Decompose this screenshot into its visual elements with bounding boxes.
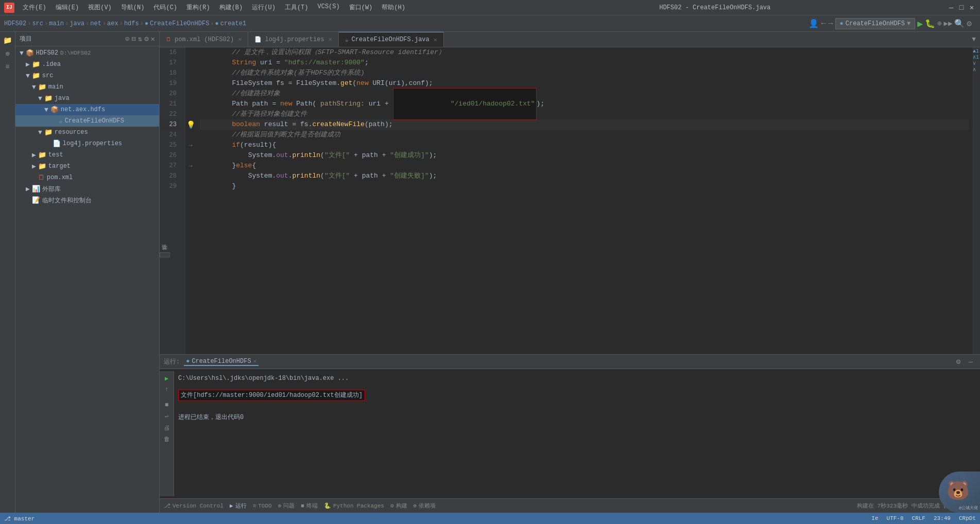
menu-refactor[interactable]: 重构(R): [182, 2, 214, 13]
bottom-problems[interactable]: ⊕ 问题: [278, 502, 295, 510]
file-tree-collapse[interactable]: ⊟: [131, 34, 135, 43]
file-tree-locate[interactable]: ⊙: [125, 34, 129, 43]
run-clear-button[interactable]: 🗑: [162, 434, 172, 444]
bottom-version-control[interactable]: ⎇ Version Control: [164, 502, 223, 509]
nav-sep8: ›: [210, 20, 214, 27]
run-config-dropdown[interactable]: ▼: [907, 20, 910, 27]
pom-tab-close[interactable]: ✕: [238, 36, 242, 43]
bottom-build[interactable]: ⚙ 构建: [390, 502, 407, 510]
code-content[interactable]: // 是文件，设置访问权限（SFTP-SMART-Resource identi…: [196, 47, 973, 354]
linenum-16: 16: [160, 47, 181, 58]
bottom-terminal[interactable]: ■ 终端: [301, 502, 318, 510]
gutter-16: [185, 47, 196, 58]
tree-item-hdfs02[interactable]: ▼ 📦 HDFS02 D:\HDFS02: [15, 47, 159, 59]
tree-item-java[interactable]: ▼ 📁 java: [15, 93, 159, 104]
menu-view[interactable]: 视图(V): [84, 2, 116, 13]
tree-item-src[interactable]: ▼ 📁 src: [15, 70, 159, 81]
tab-overflow[interactable]: ▼: [968, 36, 980, 43]
nav-createfile[interactable]: ● CreateFileOnHDFS: [145, 20, 209, 27]
run-tab-close[interactable]: ✕: [253, 358, 257, 364]
tab-pom[interactable]: 🗒 pom.xml (HDFS02) ✕: [160, 32, 248, 47]
tab-createfile[interactable]: ☕ CreateFileOnHDFS.java ✕: [339, 32, 444, 47]
menu-code[interactable]: 代码(C): [149, 2, 181, 13]
run-left-buttons: ▶ ↑ ■ ↩ 🖨 🗑: [160, 371, 174, 496]
menu-window[interactable]: 窗口(W): [345, 2, 377, 13]
commit-icon[interactable]: ⊕: [2, 47, 14, 60]
menu-build[interactable]: 构建(B): [215, 2, 247, 13]
menu-file[interactable]: 文件(E): [19, 2, 50, 13]
nav-net[interactable]: net: [90, 20, 101, 27]
tree-item-idea[interactable]: ▶ 📁 .idea: [15, 59, 159, 70]
run-wrap-button[interactable]: ↩: [162, 411, 172, 422]
run-tab-label: CreateFileOnHDFS: [192, 358, 251, 365]
nav-create1[interactable]: ● create1: [215, 20, 247, 27]
run-print-button[interactable]: 🖨: [162, 423, 172, 433]
tree-expand-icon7: ▼: [38, 129, 42, 136]
status-line-col[interactable]: Ie: [871, 515, 878, 521]
bottom-todo[interactable]: ≡ TODO: [253, 503, 272, 509]
nav-java[interactable]: java: [70, 20, 84, 27]
nav-hdfs[interactable]: hdfs: [124, 20, 139, 27]
menu-help[interactable]: 帮助(H): [377, 2, 409, 13]
tree-item-package[interactable]: ▼ 📦 net.aex.hdfs: [15, 104, 159, 115]
tree-item-external[interactable]: ▶ 📊 外部库: [15, 183, 159, 195]
close-button[interactable]: ✕: [968, 4, 976, 12]
run-button[interactable]: ▶: [917, 18, 923, 29]
nav-hdfs02[interactable]: HDFS02: [4, 20, 26, 27]
tree-item-main[interactable]: ▼ 📁 main: [15, 81, 159, 93]
project-icon[interactable]: 📁: [2, 34, 14, 46]
tree-item-test[interactable]: ▶ 📁 test: [15, 149, 159, 161]
tab-log4j[interactable]: 📄 log4j.properties ✕: [248, 32, 338, 47]
run-scroll-up[interactable]: ↑: [162, 385, 172, 395]
code-line-19: FileSystem fs = FileSystem . get ( new U…: [200, 78, 969, 89]
run-config[interactable]: ● CreateFileOnHDFS ▼: [835, 18, 916, 29]
linenum-17: 17: [160, 58, 181, 68]
tree-item-scratch[interactable]: ▶ 📝 临时文件和控制台: [15, 195, 159, 206]
run-tab-createfile[interactable]: ● CreateFileOnHDFS ✕: [184, 358, 259, 366]
window-controls[interactable]: — □ ✕: [947, 4, 976, 12]
bottom-python[interactable]: 🐍 Python Packages: [324, 502, 384, 509]
tree-item-createfile[interactable]: ▶ ☕ CreateFileOnHDFS: [15, 115, 159, 127]
file-tree-settings[interactable]: ⚙: [144, 34, 148, 43]
menu-navigate[interactable]: 导航(N): [117, 2, 149, 13]
nav-aex[interactable]: aex: [107, 20, 118, 27]
status-encoding[interactable]: UTF-8: [887, 515, 904, 521]
toolbar-bar: HDFS02 › src › main › java › net › aex ›…: [0, 15, 980, 32]
run-panel-minimize[interactable]: —: [966, 357, 976, 367]
tree-item-pom[interactable]: ▶ 🗒 pom.xml: [15, 172, 159, 183]
bottom-run[interactable]: ▶ 运行: [230, 502, 247, 510]
app-logo: IJ: [4, 3, 14, 13]
menu-edit[interactable]: 编辑(E): [51, 2, 83, 13]
settings-button[interactable]: ⚙: [967, 19, 972, 29]
createfile-tab-close[interactable]: ✕: [434, 36, 437, 44]
tree-item-log4j[interactable]: ▶ 📄 log4j.properties: [15, 138, 159, 149]
back-button[interactable]: ←: [821, 19, 826, 28]
menu-tools[interactable]: 工具(T): [281, 2, 313, 13]
file-tree-close[interactable]: ✕: [151, 34, 155, 43]
run-stop-button[interactable]: ■: [162, 400, 172, 410]
coverage-button[interactable]: ⊕: [937, 19, 941, 28]
run-play-button[interactable]: ▶: [162, 373, 172, 383]
menu-run[interactable]: 运行(U): [248, 2, 280, 13]
log4j-tab-close[interactable]: ✕: [329, 36, 332, 43]
minimize-button[interactable]: —: [947, 4, 955, 12]
menu-vcs[interactable]: VCS(S): [313, 2, 343, 13]
more-run-button[interactable]: ▶▶: [944, 19, 953, 28]
nav-main[interactable]: main: [49, 20, 64, 27]
output-highlight-line: 文件[hdfs://master:9000/ied01/hadoop02.txt…: [178, 389, 976, 402]
tree-item-resources[interactable]: ▼ 📁 resources: [15, 127, 159, 138]
debug-button[interactable]: 🐛: [925, 19, 935, 29]
forward-button[interactable]: →: [828, 19, 833, 28]
status-git[interactable]: ⎇ master: [4, 515, 35, 522]
search-everywhere-button[interactable]: 🔍: [954, 19, 965, 29]
bottom-deps[interactable]: ⊕ 依赖项: [414, 502, 436, 510]
structure-icon[interactable]: ≡: [2, 61, 14, 73]
maximize-button[interactable]: □: [957, 4, 966, 12]
profile-icon[interactable]: 👤: [809, 19, 819, 29]
file-tree-sort[interactable]: ⇅: [138, 34, 142, 43]
status-linesep[interactable]: CRLF: [912, 515, 925, 521]
tree-item-target[interactable]: ▶ 📁 target: [15, 161, 159, 172]
menu-bar[interactable]: 文件(E) 编辑(E) 视图(V) 导航(N) 代码(C) 重构(R) 构建(B…: [19, 2, 483, 13]
nav-src[interactable]: src: [32, 20, 43, 27]
run-panel-settings[interactable]: ⚙: [953, 357, 964, 367]
